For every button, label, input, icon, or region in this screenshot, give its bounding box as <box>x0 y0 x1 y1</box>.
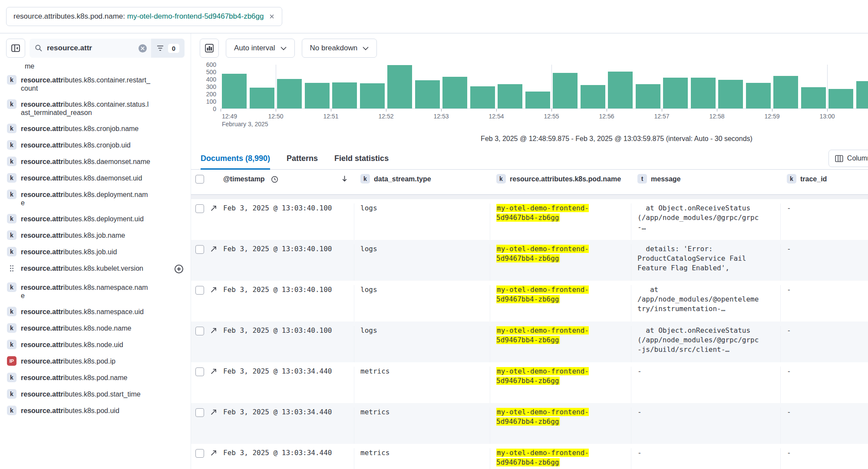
x-axis-tick <box>827 109 828 112</box>
histogram-bar[interactable] <box>581 85 605 108</box>
remove-filter-icon[interactable] <box>269 13 275 20</box>
pod-name-cell: my-otel-demo-frontend- 5d9467bb4-zb6gg <box>490 326 631 362</box>
row-checkbox[interactable] <box>195 245 204 254</box>
field-search-input[interactable]: resource.attr <box>30 39 151 58</box>
expand-document-icon[interactable] <box>210 204 218 214</box>
filter-pill[interactable]: resource.attributes.k8s.pod.name: my-ote… <box>6 7 282 26</box>
drag-handle-icon[interactable] <box>7 265 17 272</box>
histogram-bar[interactable] <box>305 83 330 108</box>
field-list-item[interactable]: kresource.attributes.k8s.daemonset.uid <box>3 170 187 187</box>
column-header-pod-name[interactable]: resource.attributes.k8s.pod.name <box>510 175 621 184</box>
field-list-item[interactable]: kresource.attributes.k8s.pod.name <box>3 370 187 386</box>
histogram-bar[interactable] <box>746 83 771 108</box>
keyword-token: k <box>496 174 506 184</box>
select-all-checkbox[interactable] <box>195 175 204 184</box>
histogram-bar[interactable] <box>222 74 247 108</box>
column-header-data-stream-type[interactable]: data_stream.type <box>374 175 431 184</box>
breakdown-dropdown[interactable]: No breakdown <box>302 39 377 58</box>
field-list-item[interactable]: kresource.attributes.k8s.pod.uid <box>3 403 187 419</box>
tab-field-statistics[interactable]: Field statistics <box>334 154 389 169</box>
tab-patterns[interactable]: Patterns <box>287 154 318 169</box>
histogram-bar[interactable] <box>553 73 578 108</box>
keyword-field-token: k <box>7 282 17 292</box>
row-checkbox[interactable] <box>195 367 204 376</box>
histogram-bar[interactable] <box>360 83 385 108</box>
trace-id-value: - <box>781 244 868 281</box>
histogram-bar[interactable] <box>277 79 302 108</box>
field-list-item[interactable]: kresource.attributes.k8s.deployment.uid <box>3 211 187 227</box>
x-axis-tick <box>221 109 221 112</box>
expand-document-icon[interactable] <box>210 408 218 418</box>
histogram-bar[interactable] <box>470 86 495 108</box>
histogram-bar[interactable] <box>608 72 633 108</box>
expand-document-icon[interactable] <box>210 367 218 377</box>
column-header-message[interactable]: message <box>651 175 681 184</box>
field-list-item[interactable]: kresource.attributes.k8s.job.name <box>3 227 187 244</box>
field-list-item[interactable]: kresource.attributes.k8s.namespace.name <box>3 279 187 304</box>
field-list-item[interactable]: kresource.attributes.k8s.container.resta… <box>3 72 187 96</box>
filter-pill-text: resource.attributes.k8s.pod.name: my-ote… <box>13 12 264 21</box>
pod-name-cell: my-otel-demo-frontend- 5d9467bb4-zb6gg <box>490 285 631 321</box>
histogram-bar[interactable] <box>856 81 868 108</box>
field-list-item[interactable]: kresource.attributes.k8s.node.uid <box>3 337 187 353</box>
histogram-bar[interactable] <box>415 80 440 108</box>
histogram-bar[interactable] <box>691 78 716 108</box>
histogram-bar[interactable] <box>801 87 826 108</box>
collapse-sidebar-button[interactable] <box>6 39 25 58</box>
histogram-bar[interactable] <box>636 84 660 108</box>
expand-document-icon[interactable] <box>210 449 218 459</box>
row-checkbox[interactable] <box>195 327 204 335</box>
x-axis: February 3, 2025 12:4912:5012:5112:5212:… <box>221 109 868 129</box>
clock-icon <box>271 176 278 185</box>
expand-document-icon[interactable] <box>210 245 218 255</box>
histogram-bar[interactable] <box>718 80 743 108</box>
field-name: resource.attributes.k8s.pod.ip <box>21 357 151 365</box>
row-checkbox[interactable] <box>195 408 204 417</box>
x-axis-tick-label: 12:49 <box>222 113 237 120</box>
tab-documents[interactable]: Documents (8,990) <box>201 154 270 169</box>
field-list-item[interactable]: kresource.attributes.k8s.daemonset.name <box>3 154 187 170</box>
histogram-bar[interactable] <box>442 77 467 108</box>
field-name: resource.attributes.k8s.pod.uid <box>21 407 151 415</box>
x-axis-tick <box>772 109 772 112</box>
x-axis-tick-label: 12:58 <box>709 113 724 120</box>
field-list-item[interactable]: kresource.attributes.k8s.cronjob.uid <box>3 137 187 154</box>
column-header-trace-id[interactable]: trace_id <box>800 175 827 184</box>
field-list-item[interactable]: kresource.attributes.k8s.deployment.name <box>3 187 187 211</box>
field-filter-button[interactable]: 0 <box>151 39 185 58</box>
field-list-item[interactable]: resource.attributes.k8s.kubelet.version <box>3 260 187 279</box>
histogram-bar[interactable] <box>498 84 522 108</box>
field-list-item[interactable]: kresource.attributes.k8s.node.name <box>3 320 187 337</box>
pod-name-cell: my-otel-demo-frontend- 5d9467bb4-zb6gg <box>490 244 631 281</box>
field-list-item[interactable]: kresource.attributes.k8s.cronjob.name <box>3 121 187 137</box>
add-field-button[interactable] <box>174 264 184 275</box>
chart-options-button[interactable] <box>200 39 219 58</box>
histogram-bar[interactable] <box>828 89 853 108</box>
row-checkbox[interactable] <box>195 449 204 458</box>
row-checkbox[interactable] <box>195 204 204 213</box>
field-list-item[interactable]: IPresource.attributes.k8s.pod.ip <box>3 353 187 370</box>
histogram-bar[interactable] <box>332 82 357 108</box>
sort-descending-icon[interactable] <box>341 175 348 184</box>
histogram-bar[interactable] <box>773 76 798 108</box>
x-axis-tick-label: 12:57 <box>654 113 669 120</box>
expand-document-icon[interactable] <box>210 286 218 295</box>
row-checkbox[interactable] <box>195 286 204 295</box>
field-list-item[interactable]: kresource.attributes.k8s.job.uid <box>3 244 187 260</box>
interval-dropdown[interactable]: Auto interval <box>226 39 295 58</box>
keyword-field-token: k <box>7 173 17 183</box>
pod-name-cell: my-otel-demo-frontend- 5d9467bb4-zb6gg <box>490 367 631 403</box>
field-list-item[interactable]: kresource.attributes.k8s.pod.start_time <box>3 386 187 403</box>
clear-search-icon[interactable] <box>139 44 147 52</box>
histogram-bar[interactable] <box>250 88 274 108</box>
histogram-bar[interactable] <box>387 65 412 108</box>
expand-document-icon[interactable] <box>210 327 218 336</box>
columns-button[interactable]: Columns <box>828 150 868 167</box>
histogram-bar[interactable] <box>663 78 688 108</box>
field-list-item[interactable]: kresource.attributes.k8s.namespace.uid <box>3 304 187 320</box>
histogram-bar[interactable] <box>525 92 550 108</box>
interval-dropdown-label: Auto interval <box>234 44 275 52</box>
column-header-timestamp[interactable]: @timestamp <box>223 175 265 184</box>
field-list-item[interactable]: kresource.attributes.k8s.container.statu… <box>3 96 187 121</box>
document-row: Feb 3, 2025 @ 13:03:40.100logsmy-otel-de… <box>191 321 868 362</box>
